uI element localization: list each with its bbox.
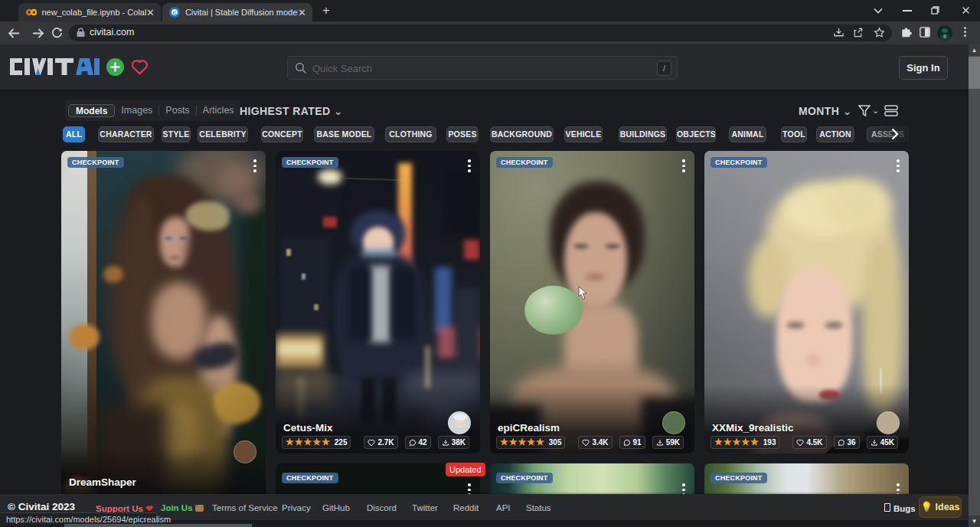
svg-text:C: C (173, 10, 177, 15)
